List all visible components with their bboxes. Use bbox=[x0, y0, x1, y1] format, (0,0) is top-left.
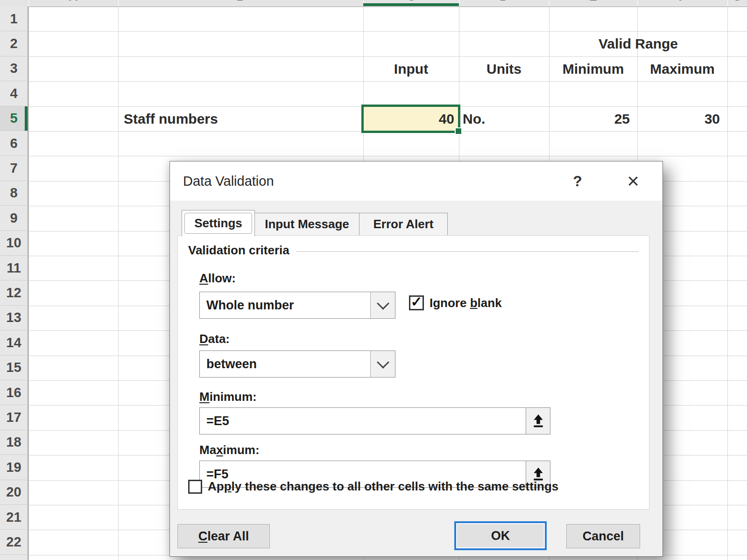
selected-cell-c5[interactable]: 40 bbox=[361, 105, 460, 133]
cell-maximum-value[interactable]: 30 bbox=[637, 106, 720, 132]
chevron-down-icon bbox=[377, 297, 389, 309]
row-header[interactable]: 3 bbox=[0, 56, 28, 81]
minimum-input[interactable]: =E5 bbox=[199, 407, 526, 434]
cell-valid-range-header[interactable]: Valid Range bbox=[549, 31, 727, 56]
close-icon[interactable]: × bbox=[617, 161, 649, 201]
checkbox-check-icon: ✓ bbox=[410, 295, 422, 309]
tab-error-alert[interactable]: Error Alert bbox=[359, 213, 448, 236]
cell-units-value[interactable]: No. bbox=[463, 106, 547, 132]
row-header[interactable]: 7 bbox=[0, 156, 28, 181]
data-dropdown-button[interactable] bbox=[370, 351, 395, 377]
data-label: Data: bbox=[199, 332, 230, 346]
column-separator bbox=[459, 0, 459, 7]
column-header[interactable]: F bbox=[637, 0, 727, 2]
clear-all-button[interactable]: Clear All bbox=[177, 524, 270, 548]
row-header[interactable]: 4 bbox=[0, 81, 28, 106]
excel-worksheet: ABCDEFG 12345678910111213141516171819202… bbox=[0, 0, 747, 560]
row-header[interactable]: 23 bbox=[0, 555, 28, 560]
validation-criteria-group: Validation criteria bbox=[188, 243, 639, 258]
cell-staff-numbers-label[interactable]: Staff numbers bbox=[124, 106, 357, 132]
data-dropdown[interactable]: between bbox=[199, 350, 395, 378]
tab-input-message[interactable]: Input Message bbox=[254, 213, 359, 236]
row-header[interactable]: 20 bbox=[0, 480, 28, 505]
minimum-ref-row: =E5 bbox=[199, 407, 550, 434]
checkbox-box[interactable] bbox=[188, 480, 202, 494]
cell-units-header[interactable]: Units bbox=[459, 56, 549, 82]
column-header[interactable]: G bbox=[727, 0, 747, 2]
row-header[interactable]: 5 bbox=[0, 106, 28, 131]
row-header[interactable]: 11 bbox=[0, 256, 28, 280]
data-validation-dialog: Data Validation ? × Settings Input Messa… bbox=[169, 161, 663, 557]
tab-settings[interactable]: Settings bbox=[182, 210, 255, 237]
fill-handle[interactable] bbox=[455, 127, 462, 135]
row-header[interactable]: 6 bbox=[0, 131, 28, 156]
ignore-blank-checkbox[interactable]: ✓ Ignore blank bbox=[409, 295, 502, 310]
apply-changes-checkbox[interactable]: Apply these changes to all other cells w… bbox=[188, 479, 558, 494]
row-header-strip: 1234567891011121314151617181920212223 bbox=[0, 7, 28, 560]
cell-maximum-header[interactable]: Maximum bbox=[637, 56, 727, 82]
allow-label: Allow: bbox=[199, 271, 236, 286]
row-header[interactable]: 16 bbox=[0, 380, 28, 405]
selected-column-indicator bbox=[363, 3, 459, 6]
column-separator bbox=[28, 0, 29, 7]
allow-dropdown-value: Whole number bbox=[200, 292, 370, 318]
chevron-down-icon bbox=[377, 356, 389, 368]
group-divider bbox=[296, 251, 639, 252]
dialog-titlebar[interactable]: Data Validation ? × bbox=[170, 161, 662, 201]
collapse-dialog-icon bbox=[532, 414, 544, 428]
dialog-title: Data Validation bbox=[183, 161, 274, 201]
validation-criteria-label: Validation criteria bbox=[188, 243, 289, 258]
row-header[interactable]: 18 bbox=[0, 430, 28, 455]
selected-row-indicator bbox=[25, 106, 28, 131]
row-header[interactable]: 21 bbox=[0, 505, 28, 530]
column-header[interactable]: D bbox=[459, 0, 549, 2]
column-separator bbox=[727, 0, 728, 7]
allow-dropdown[interactable]: Whole number bbox=[199, 292, 395, 319]
checkbox-box[interactable]: ✓ bbox=[409, 295, 424, 310]
column-header[interactable]: B bbox=[118, 0, 363, 2]
ok-button[interactable]: OK bbox=[454, 521, 547, 550]
maximum-label: Maximum: bbox=[199, 443, 260, 457]
row-header[interactable]: 1 bbox=[0, 7, 28, 31]
apply-changes-label[interactable]: Apply these changes to all other cells w… bbox=[208, 479, 558, 494]
column-separator bbox=[637, 0, 638, 7]
allow-dropdown-button[interactable] bbox=[370, 292, 395, 318]
row-header[interactable]: 14 bbox=[0, 330, 28, 355]
minimum-label: Minimum: bbox=[199, 390, 257, 404]
column-header[interactable]: A bbox=[28, 0, 118, 2]
minimum-range-picker-button[interactable] bbox=[526, 407, 550, 434]
row-header[interactable]: 17 bbox=[0, 405, 28, 430]
cell-minimum-value[interactable]: 25 bbox=[549, 106, 630, 132]
row-header[interactable]: 12 bbox=[0, 280, 28, 305]
column-separator bbox=[549, 0, 550, 7]
row-header[interactable]: 19 bbox=[0, 455, 28, 480]
row-header[interactable]: 22 bbox=[0, 530, 28, 554]
row-header[interactable]: 2 bbox=[0, 31, 28, 56]
ignore-blank-label[interactable]: Ignore blank bbox=[430, 296, 502, 310]
column-separator bbox=[118, 0, 119, 7]
cell-input-header[interactable]: Input bbox=[363, 56, 459, 82]
settings-tab-panel: Validation criteria Allow: Whole number … bbox=[177, 235, 649, 510]
cell-input-value: 40 bbox=[439, 111, 454, 127]
row-header[interactable]: 10 bbox=[0, 231, 28, 256]
column-header[interactable]: E bbox=[549, 0, 637, 2]
row-header[interactable]: 15 bbox=[0, 356, 28, 380]
row-header[interactable]: 9 bbox=[0, 206, 28, 231]
row-header[interactable]: 13 bbox=[0, 306, 28, 330]
cell-minimum-header[interactable]: Minimum bbox=[549, 56, 637, 82]
column-header[interactable]: C bbox=[363, 0, 459, 2]
cancel-button[interactable]: Cancel bbox=[566, 524, 640, 548]
row-header[interactable]: 8 bbox=[0, 181, 28, 206]
data-dropdown-value: between bbox=[200, 351, 370, 377]
help-icon[interactable]: ? bbox=[561, 161, 594, 201]
